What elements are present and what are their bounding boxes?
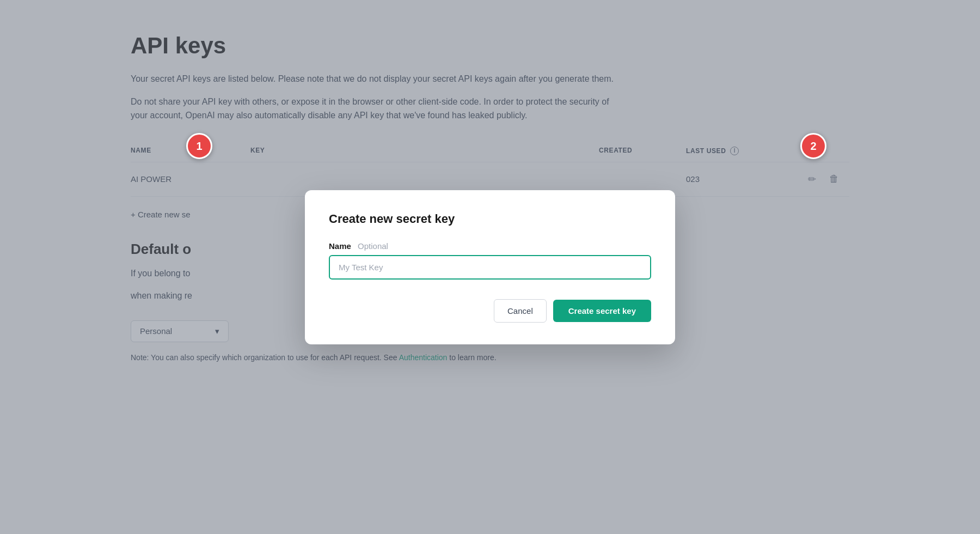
key-name-input[interactable] — [329, 255, 651, 280]
modal: Create new secret key Name Optional Canc… — [305, 190, 675, 344]
cancel-button[interactable]: Cancel — [494, 299, 547, 323]
annotation-bubble-1: 1 — [186, 133, 212, 159]
modal-overlay: Create new secret key Name Optional Canc… — [0, 0, 980, 534]
modal-title: Create new secret key — [329, 212, 651, 226]
field-label: Name Optional — [329, 241, 651, 251]
modal-actions: Cancel Create secret key — [329, 299, 651, 323]
create-secret-key-button[interactable]: Create secret key — [553, 300, 651, 322]
annotation-bubble-2: 2 — [800, 133, 826, 159]
field-optional: Optional — [358, 241, 388, 251]
